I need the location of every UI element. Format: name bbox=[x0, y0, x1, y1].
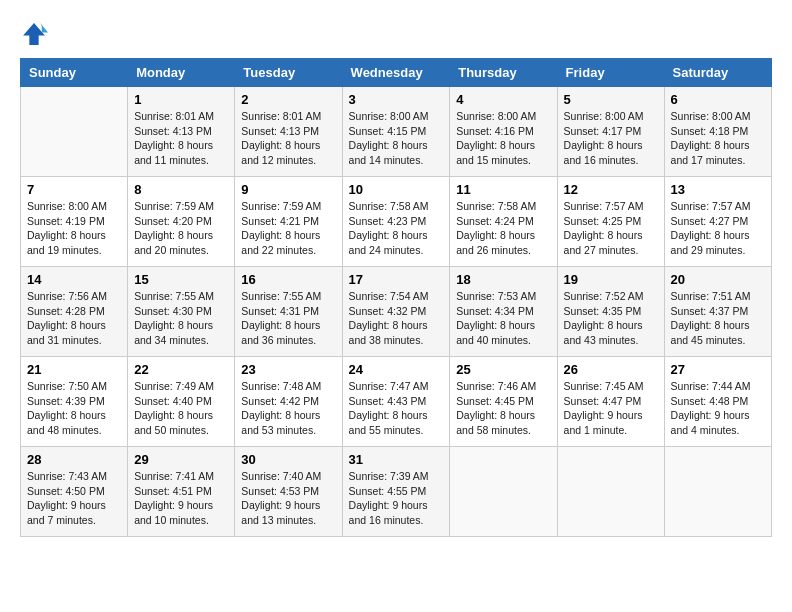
day-info: Sunrise: 8:00 AM Sunset: 4:17 PM Dayligh… bbox=[564, 109, 658, 168]
day-info: Sunrise: 8:00 AM Sunset: 4:19 PM Dayligh… bbox=[27, 199, 121, 258]
calendar-cell: 31Sunrise: 7:39 AM Sunset: 4:55 PM Dayli… bbox=[342, 447, 450, 537]
day-number: 25 bbox=[456, 362, 550, 377]
day-info: Sunrise: 8:01 AM Sunset: 4:13 PM Dayligh… bbox=[134, 109, 228, 168]
calendar-cell: 8Sunrise: 7:59 AM Sunset: 4:20 PM Daylig… bbox=[128, 177, 235, 267]
col-header-tuesday: Tuesday bbox=[235, 59, 342, 87]
week-row-4: 21Sunrise: 7:50 AM Sunset: 4:39 PM Dayli… bbox=[21, 357, 772, 447]
day-info: Sunrise: 7:41 AM Sunset: 4:51 PM Dayligh… bbox=[134, 469, 228, 528]
day-number: 30 bbox=[241, 452, 335, 467]
day-info: Sunrise: 7:51 AM Sunset: 4:37 PM Dayligh… bbox=[671, 289, 765, 348]
calendar-cell: 25Sunrise: 7:46 AM Sunset: 4:45 PM Dayli… bbox=[450, 357, 557, 447]
calendar-cell bbox=[557, 447, 664, 537]
day-number: 17 bbox=[349, 272, 444, 287]
day-number: 19 bbox=[564, 272, 658, 287]
calendar-cell: 26Sunrise: 7:45 AM Sunset: 4:47 PM Dayli… bbox=[557, 357, 664, 447]
calendar-cell: 29Sunrise: 7:41 AM Sunset: 4:51 PM Dayli… bbox=[128, 447, 235, 537]
svg-marker-1 bbox=[40, 23, 48, 32]
calendar-cell: 5Sunrise: 8:00 AM Sunset: 4:17 PM Daylig… bbox=[557, 87, 664, 177]
day-info: Sunrise: 7:46 AM Sunset: 4:45 PM Dayligh… bbox=[456, 379, 550, 438]
calendar-cell: 23Sunrise: 7:48 AM Sunset: 4:42 PM Dayli… bbox=[235, 357, 342, 447]
calendar-cell: 17Sunrise: 7:54 AM Sunset: 4:32 PM Dayli… bbox=[342, 267, 450, 357]
calendar-cell: 16Sunrise: 7:55 AM Sunset: 4:31 PM Dayli… bbox=[235, 267, 342, 357]
calendar-cell: 10Sunrise: 7:58 AM Sunset: 4:23 PM Dayli… bbox=[342, 177, 450, 267]
day-info: Sunrise: 7:50 AM Sunset: 4:39 PM Dayligh… bbox=[27, 379, 121, 438]
calendar-cell: 9Sunrise: 7:59 AM Sunset: 4:21 PM Daylig… bbox=[235, 177, 342, 267]
day-info: Sunrise: 7:54 AM Sunset: 4:32 PM Dayligh… bbox=[349, 289, 444, 348]
day-info: Sunrise: 8:01 AM Sunset: 4:13 PM Dayligh… bbox=[241, 109, 335, 168]
day-info: Sunrise: 8:00 AM Sunset: 4:15 PM Dayligh… bbox=[349, 109, 444, 168]
day-info: Sunrise: 7:49 AM Sunset: 4:40 PM Dayligh… bbox=[134, 379, 228, 438]
day-number: 6 bbox=[671, 92, 765, 107]
day-info: Sunrise: 7:56 AM Sunset: 4:28 PM Dayligh… bbox=[27, 289, 121, 348]
day-number: 27 bbox=[671, 362, 765, 377]
day-info: Sunrise: 7:48 AM Sunset: 4:42 PM Dayligh… bbox=[241, 379, 335, 438]
calendar-cell: 21Sunrise: 7:50 AM Sunset: 4:39 PM Dayli… bbox=[21, 357, 128, 447]
day-number: 16 bbox=[241, 272, 335, 287]
day-info: Sunrise: 7:59 AM Sunset: 4:21 PM Dayligh… bbox=[241, 199, 335, 258]
day-number: 23 bbox=[241, 362, 335, 377]
week-row-3: 14Sunrise: 7:56 AM Sunset: 4:28 PM Dayli… bbox=[21, 267, 772, 357]
calendar-cell: 3Sunrise: 8:00 AM Sunset: 4:15 PM Daylig… bbox=[342, 87, 450, 177]
day-number: 22 bbox=[134, 362, 228, 377]
day-number: 15 bbox=[134, 272, 228, 287]
day-info: Sunrise: 7:44 AM Sunset: 4:48 PM Dayligh… bbox=[671, 379, 765, 438]
calendar-cell bbox=[21, 87, 128, 177]
day-number: 14 bbox=[27, 272, 121, 287]
day-number: 2 bbox=[241, 92, 335, 107]
day-number: 7 bbox=[27, 182, 121, 197]
day-number: 11 bbox=[456, 182, 550, 197]
day-info: Sunrise: 7:39 AM Sunset: 4:55 PM Dayligh… bbox=[349, 469, 444, 528]
calendar-cell: 6Sunrise: 8:00 AM Sunset: 4:18 PM Daylig… bbox=[664, 87, 771, 177]
calendar-cell: 4Sunrise: 8:00 AM Sunset: 4:16 PM Daylig… bbox=[450, 87, 557, 177]
day-number: 18 bbox=[456, 272, 550, 287]
day-info: Sunrise: 7:55 AM Sunset: 4:31 PM Dayligh… bbox=[241, 289, 335, 348]
day-number: 3 bbox=[349, 92, 444, 107]
col-header-saturday: Saturday bbox=[664, 59, 771, 87]
day-number: 1 bbox=[134, 92, 228, 107]
calendar-body: 1Sunrise: 8:01 AM Sunset: 4:13 PM Daylig… bbox=[21, 87, 772, 537]
calendar-cell: 24Sunrise: 7:47 AM Sunset: 4:43 PM Dayli… bbox=[342, 357, 450, 447]
calendar-cell bbox=[664, 447, 771, 537]
day-info: Sunrise: 7:53 AM Sunset: 4:34 PM Dayligh… bbox=[456, 289, 550, 348]
calendar-cell: 30Sunrise: 7:40 AM Sunset: 4:53 PM Dayli… bbox=[235, 447, 342, 537]
week-row-1: 1Sunrise: 8:01 AM Sunset: 4:13 PM Daylig… bbox=[21, 87, 772, 177]
day-number: 5 bbox=[564, 92, 658, 107]
day-info: Sunrise: 7:52 AM Sunset: 4:35 PM Dayligh… bbox=[564, 289, 658, 348]
calendar-cell: 18Sunrise: 7:53 AM Sunset: 4:34 PM Dayli… bbox=[450, 267, 557, 357]
col-header-sunday: Sunday bbox=[21, 59, 128, 87]
calendar-cell: 28Sunrise: 7:43 AM Sunset: 4:50 PM Dayli… bbox=[21, 447, 128, 537]
col-header-wednesday: Wednesday bbox=[342, 59, 450, 87]
col-header-friday: Friday bbox=[557, 59, 664, 87]
calendar-cell: 13Sunrise: 7:57 AM Sunset: 4:27 PM Dayli… bbox=[664, 177, 771, 267]
day-number: 29 bbox=[134, 452, 228, 467]
day-info: Sunrise: 7:58 AM Sunset: 4:23 PM Dayligh… bbox=[349, 199, 444, 258]
day-info: Sunrise: 7:40 AM Sunset: 4:53 PM Dayligh… bbox=[241, 469, 335, 528]
week-row-5: 28Sunrise: 7:43 AM Sunset: 4:50 PM Dayli… bbox=[21, 447, 772, 537]
day-number: 20 bbox=[671, 272, 765, 287]
calendar-cell: 15Sunrise: 7:55 AM Sunset: 4:30 PM Dayli… bbox=[128, 267, 235, 357]
calendar-cell: 20Sunrise: 7:51 AM Sunset: 4:37 PM Dayli… bbox=[664, 267, 771, 357]
day-info: Sunrise: 7:59 AM Sunset: 4:20 PM Dayligh… bbox=[134, 199, 228, 258]
week-row-2: 7Sunrise: 8:00 AM Sunset: 4:19 PM Daylig… bbox=[21, 177, 772, 267]
day-info: Sunrise: 7:55 AM Sunset: 4:30 PM Dayligh… bbox=[134, 289, 228, 348]
svg-marker-0 bbox=[23, 23, 45, 45]
logo-icon bbox=[20, 20, 48, 48]
day-number: 9 bbox=[241, 182, 335, 197]
day-info: Sunrise: 7:57 AM Sunset: 4:25 PM Dayligh… bbox=[564, 199, 658, 258]
calendar-table: SundayMondayTuesdayWednesdayThursdayFrid… bbox=[20, 58, 772, 537]
day-info: Sunrise: 7:57 AM Sunset: 4:27 PM Dayligh… bbox=[671, 199, 765, 258]
day-number: 24 bbox=[349, 362, 444, 377]
day-info: Sunrise: 8:00 AM Sunset: 4:18 PM Dayligh… bbox=[671, 109, 765, 168]
calendar-cell: 12Sunrise: 7:57 AM Sunset: 4:25 PM Dayli… bbox=[557, 177, 664, 267]
day-number: 13 bbox=[671, 182, 765, 197]
day-number: 10 bbox=[349, 182, 444, 197]
calendar-cell: 11Sunrise: 7:58 AM Sunset: 4:24 PM Dayli… bbox=[450, 177, 557, 267]
day-number: 8 bbox=[134, 182, 228, 197]
calendar-cell: 14Sunrise: 7:56 AM Sunset: 4:28 PM Dayli… bbox=[21, 267, 128, 357]
day-info: Sunrise: 7:58 AM Sunset: 4:24 PM Dayligh… bbox=[456, 199, 550, 258]
day-number: 21 bbox=[27, 362, 121, 377]
calendar-cell: 22Sunrise: 7:49 AM Sunset: 4:40 PM Dayli… bbox=[128, 357, 235, 447]
calendar-cell: 2Sunrise: 8:01 AM Sunset: 4:13 PM Daylig… bbox=[235, 87, 342, 177]
col-header-thursday: Thursday bbox=[450, 59, 557, 87]
day-number: 4 bbox=[456, 92, 550, 107]
